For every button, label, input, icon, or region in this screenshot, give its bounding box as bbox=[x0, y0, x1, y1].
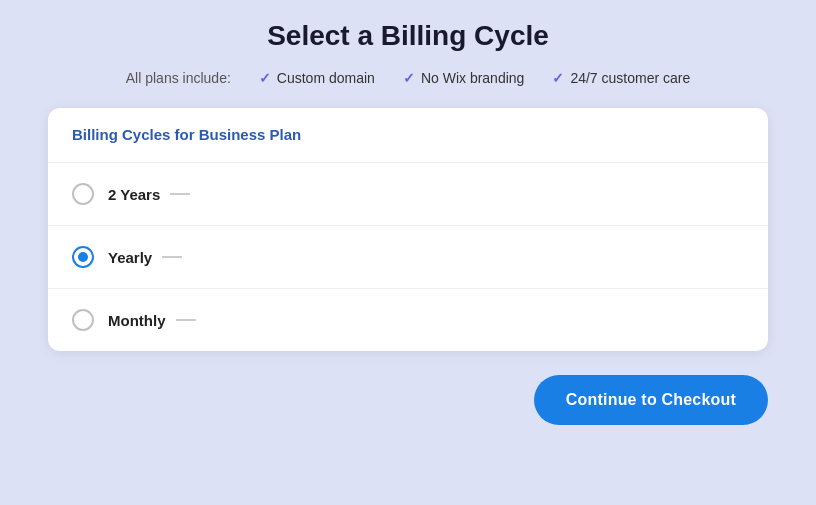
radio-2years[interactable] bbox=[72, 183, 94, 205]
feature-custom-domain: ✓ Custom domain bbox=[259, 70, 375, 86]
features-label: All plans include: bbox=[126, 70, 231, 86]
page-title: Select a Billing Cycle bbox=[267, 20, 549, 52]
option-label-2years: 2 Years bbox=[108, 186, 160, 203]
checkout-area: Continue to Checkout bbox=[48, 375, 768, 425]
check-icon-1: ✓ bbox=[259, 70, 271, 86]
option-dash-yearly bbox=[162, 256, 182, 258]
card-header-title: Billing Cycles for Business Plan bbox=[72, 126, 301, 143]
radio-monthly[interactable] bbox=[72, 309, 94, 331]
feature-customer-care: ✓ 24/7 customer care bbox=[552, 70, 690, 86]
feature-no-branding: ✓ No Wix branding bbox=[403, 70, 525, 86]
billing-option-yearly[interactable]: Yearly bbox=[48, 226, 768, 289]
option-dash-2years bbox=[170, 193, 190, 195]
card-header: Billing Cycles for Business Plan bbox=[48, 108, 768, 163]
option-label-monthly: Monthly bbox=[108, 312, 166, 329]
billing-option-2years[interactable]: 2 Years bbox=[48, 163, 768, 226]
billing-option-monthly[interactable]: Monthly bbox=[48, 289, 768, 351]
radio-inner-yearly bbox=[78, 252, 88, 262]
feature-label-3: 24/7 customer care bbox=[570, 70, 690, 86]
features-bar: All plans include: ✓ Custom domain ✓ No … bbox=[126, 70, 690, 86]
option-dash-monthly bbox=[176, 319, 196, 321]
option-label-yearly: Yearly bbox=[108, 249, 152, 266]
feature-label-1: Custom domain bbox=[277, 70, 375, 86]
radio-yearly[interactable] bbox=[72, 246, 94, 268]
check-icon-2: ✓ bbox=[403, 70, 415, 86]
check-icon-3: ✓ bbox=[552, 70, 564, 86]
billing-card: Billing Cycles for Business Plan 2 Years… bbox=[48, 108, 768, 351]
feature-label-2: No Wix branding bbox=[421, 70, 525, 86]
continue-to-checkout-button[interactable]: Continue to Checkout bbox=[534, 375, 768, 425]
